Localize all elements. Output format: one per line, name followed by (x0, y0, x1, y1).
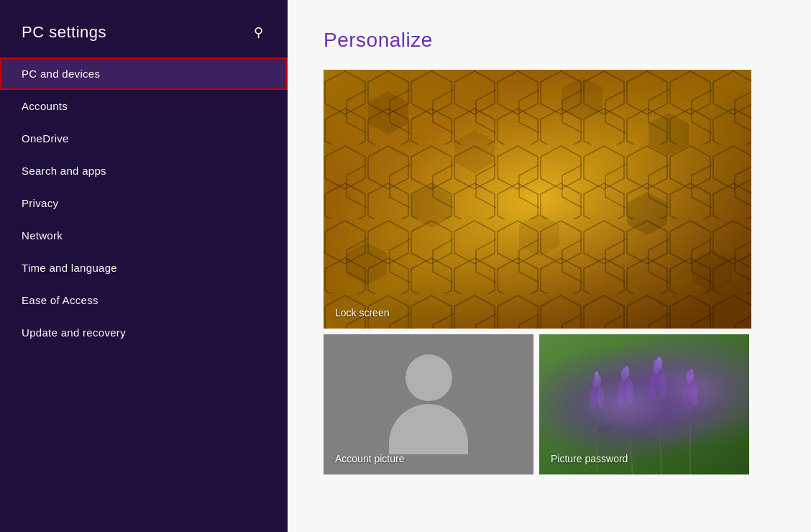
bottom-tiles-row: Account picture (324, 334, 775, 474)
svg-point-22 (595, 371, 599, 381)
svg-point-28 (625, 366, 629, 377)
sidebar-item-search-and-apps[interactable]: Search and apps (0, 155, 288, 187)
person-body (389, 404, 468, 454)
svg-point-36 (686, 370, 695, 400)
svg-point-27 (621, 368, 627, 381)
svg-point-32 (659, 374, 666, 398)
sidebar-item-time-and-language[interactable]: Time and language (0, 252, 288, 284)
sidebar-item-pc-and-devices[interactable]: PC and devices (0, 58, 288, 90)
sidebar-item-update-and-recovery[interactable]: Update and recovery (0, 316, 288, 349)
sidebar: PC settings ⚲ PC and devicesAccountsOneD… (0, 0, 288, 532)
sidebar-item-accounts[interactable]: Accounts (0, 90, 288, 122)
person-avatar-icon (389, 354, 468, 454)
picture-password-tile[interactable]: Picture password (539, 334, 749, 474)
svg-point-43 (664, 418, 687, 429)
account-picture-label: Account picture (335, 453, 405, 464)
honeycomb-pattern (324, 70, 751, 329)
lock-screen-tile[interactable]: Lock screen (324, 70, 751, 329)
svg-line-29 (658, 377, 661, 474)
sidebar-header: PC settings ⚲ (0, 0, 288, 58)
sidebar-item-onedrive[interactable]: OneDrive (0, 122, 288, 155)
lock-screen-label: Lock screen (335, 307, 389, 318)
svg-point-37 (682, 386, 689, 408)
svg-point-42 (632, 428, 655, 441)
svg-point-34 (656, 357, 662, 370)
svg-point-41 (596, 421, 619, 435)
svg-point-18 (590, 388, 597, 410)
svg-point-25 (618, 382, 625, 405)
svg-point-40 (689, 369, 694, 380)
svg-point-39 (686, 371, 692, 384)
svg-point-17 (592, 374, 601, 403)
lock-screen-background (324, 70, 751, 329)
svg-point-26 (626, 380, 633, 403)
sidebar-item-ease-of-access[interactable]: Ease of Access (0, 284, 288, 316)
svg-point-33 (654, 359, 659, 374)
account-picture-tile[interactable]: Account picture (324, 334, 533, 474)
main-content: Personalize (288, 0, 811, 532)
svg-point-24 (621, 365, 630, 397)
svg-point-19 (597, 387, 604, 408)
nav-items: PC and devicesAccountsOneDriveSearch and… (0, 58, 288, 349)
svg-point-31 (649, 375, 656, 400)
sidebar-title: PC settings (22, 23, 106, 42)
sidebar-item-network[interactable]: Network (0, 219, 288, 252)
svg-point-38 (691, 385, 698, 406)
svg-point-20 (592, 377, 598, 389)
svg-point-30 (653, 357, 663, 391)
svg-point-21 (595, 375, 601, 387)
picture-password-label: Picture password (551, 453, 628, 464)
sidebar-item-privacy[interactable]: Privacy (0, 187, 288, 219)
search-icon[interactable]: ⚲ (251, 22, 266, 43)
page-title: Personalize (324, 29, 775, 52)
person-head (406, 354, 452, 401)
